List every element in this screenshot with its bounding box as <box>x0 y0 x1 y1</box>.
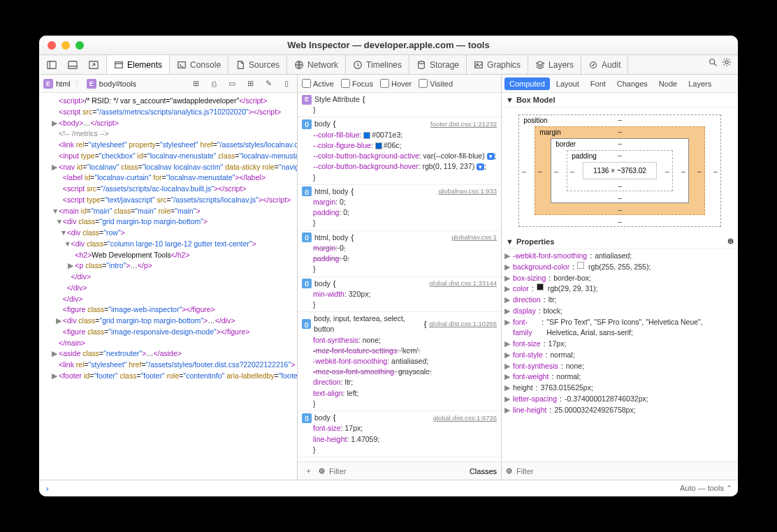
computed-property[interactable]: ▶display: block; <box>502 306 738 317</box>
dom-node[interactable]: ▼<div class="column large-10 large-12 gu… <box>52 239 297 250</box>
dom-node[interactable]: <figure class="image-web-inspector"></fi… <box>52 304 297 316</box>
dom-node[interactable]: <!-- /metrics --> <box>52 128 297 140</box>
dom-node[interactable]: </div> <box>52 283 297 294</box>
details-tab-changes[interactable]: Changes <box>612 77 653 90</box>
zoom-button[interactable] <box>75 41 84 50</box>
css-rule[interactable]: {} body { global.dist.css:1:33144min-wid… <box>298 277 501 313</box>
computed-property[interactable]: ▶height: 3763.015625px; <box>502 383 738 394</box>
computed-property[interactable]: ▶font-synthesis: none; <box>502 361 738 372</box>
computed-property[interactable]: ▶letter-spacing: -0.3740000128746032px; <box>502 394 738 405</box>
computed-property[interactable]: ▶font-weight: normal; <box>502 371 738 383</box>
tab-timelines[interactable]: Timelines <box>346 55 409 74</box>
tab-sources[interactable]: Sources <box>228 55 287 74</box>
css-rule[interactable]: {} body { global.dist.css:1:8726font-siz… <box>298 411 501 457</box>
css-rule[interactable]: {} body, input, textarea, select, button… <box>298 312 501 411</box>
dom-node[interactable]: <script src="/assets/scripts/ac-localnav… <box>52 184 297 195</box>
console-bar[interactable]: › Auto — tools ⌃ <box>39 480 738 496</box>
tab-storage[interactable]: Storage <box>409 55 467 74</box>
dom-node[interactable]: ▼<main id="main" class="main" role="main… <box>52 206 297 217</box>
styles-filter-bar: ＋ ⊜ Classes <box>298 461 501 480</box>
sidebar-toggle-icon[interactable]: ▯ <box>280 77 293 90</box>
css-rule[interactable]: {} html, body { globalnav.css:1margin: 0… <box>298 231 501 277</box>
inspector-body: E html 〉 E body#tools ⊞ ⎙ ▭ ⊞ ✎ ▯ <scrip… <box>39 75 738 480</box>
boxmodel-heading[interactable]: ▼Box Model <box>502 93 738 108</box>
svg-rect-2 <box>68 61 77 68</box>
dom-node[interactable]: </main> <box>52 338 297 349</box>
computed-property[interactable]: ▶font-style: normal; <box>502 350 738 361</box>
dom-node[interactable]: ▶<div class="grid margin-top margin-bott… <box>52 316 297 327</box>
popout-icon[interactable] <box>87 58 101 72</box>
dom-node[interactable]: <h2>Web Development Tools</h2> <box>52 250 297 261</box>
dom-node[interactable]: </div> <box>52 294 297 305</box>
force-visited-checkbox[interactable]: Visited <box>419 79 453 88</box>
grid-icon[interactable]: ⊞ <box>244 77 256 90</box>
dom-node[interactable]: <link rel="stylesheet" href="/assets/sty… <box>52 360 297 371</box>
dom-node[interactable]: <figure class="image-responsive-design-m… <box>52 327 297 338</box>
add-rule-icon[interactable]: ＋ <box>302 465 314 478</box>
computed-property[interactable]: ▶font-size: 17px; <box>502 339 738 350</box>
dom-node[interactable]: ▶<aside class="nextrouter">…</aside> <box>52 348 297 360</box>
properties-heading[interactable]: ▼Properties⊜ <box>502 234 738 249</box>
tab-console[interactable]: Console <box>170 55 228 74</box>
close-button[interactable] <box>48 41 56 50</box>
tab-elements[interactable]: Elements <box>107 55 170 74</box>
dock-left-icon[interactable] <box>45 58 59 72</box>
dock-bottom-icon[interactable] <box>66 58 80 72</box>
dom-node[interactable]: ▶<footer id="footer" class="footer" role… <box>52 371 297 382</box>
dom-node[interactable]: <link rel="stylesheet" property="stylesh… <box>52 140 297 151</box>
minimize-button[interactable] <box>61 41 70 50</box>
details-tab-layers[interactable]: Layers <box>683 77 716 90</box>
element-icon: E <box>43 79 53 89</box>
dom-node[interactable]: <input type="checkbox" id="localnav-menu… <box>52 151 297 162</box>
dom-node[interactable]: <label id="localnav-curtain" for="localn… <box>52 172 297 184</box>
css-rule[interactable]: {} body { footer.dist.css:1:21232--color… <box>298 117 501 184</box>
search-icon[interactable] <box>706 55 720 69</box>
tab-audit[interactable]: Audit <box>581 55 628 74</box>
computed-properties[interactable]: ▶-webkit-font-smoothing: antialiased;▶ba… <box>502 249 738 461</box>
filter-icon: ⊜ <box>319 466 325 475</box>
dom-node[interactable]: ▶<p class="intro">…</p> <box>52 260 297 272</box>
dom-node[interactable]: ▶<body>…</script> <box>52 118 297 129</box>
tab-graphics[interactable]: Graphics <box>467 55 528 74</box>
edit-icon[interactable]: ✎ <box>262 77 275 90</box>
dom-node[interactable]: </div> <box>52 272 297 283</box>
dom-node[interactable]: ▼<div class="grid margin-top margin-bott… <box>52 216 297 228</box>
details-tab-computed[interactable]: Computed <box>504 77 550 90</box>
styles-filter-input[interactable] <box>329 467 465 475</box>
computed-property[interactable]: ▶line-height: 25.000032424926758px; <box>502 405 738 416</box>
classes-button[interactable]: Classes <box>470 467 497 475</box>
settings-icon[interactable] <box>720 55 734 69</box>
computed-property[interactable]: ▶color: rgb(29, 29, 31); <box>502 283 738 295</box>
force-focus-checkbox[interactable]: Focus <box>341 79 373 88</box>
dom-node[interactable]: <script src="/assets/metrics/scripts/ana… <box>52 107 297 118</box>
print-icon[interactable]: ⎙ <box>208 77 220 90</box>
style-attribute-rule[interactable]: E Style Attribute { } <box>298 93 501 117</box>
dom-node[interactable]: ▼<div class="row"> <box>52 228 297 239</box>
properties-filter-input[interactable] <box>516 467 734 475</box>
dom-node[interactable]: ▶<nav id="localnav" class="localnav loca… <box>52 162 297 173</box>
tab-network[interactable]: Network <box>287 55 346 74</box>
details-tab-layout[interactable]: Layout <box>551 77 584 90</box>
computed-property[interactable]: ▶-webkit-font-smoothing: antialiased; <box>502 251 738 262</box>
css-rule[interactable]: {} html, body { globalnav.css:1:933margi… <box>298 185 501 231</box>
layout-icon[interactable]: ▭ <box>226 77 238 90</box>
tab-layers[interactable]: Layers <box>528 55 581 74</box>
breadcrumb[interactable]: E html 〉 E body#tools <box>43 78 136 89</box>
force-hover-checkbox[interactable]: Hover <box>380 79 412 88</box>
style-rules[interactable]: E Style Attribute { } {} body { footer.d… <box>298 93 501 461</box>
details-panel: ComputedLayoutFontChangesNodeLayers ▼Box… <box>502 75 738 480</box>
computed-property[interactable]: ▶box-sizing: border-box; <box>502 273 738 284</box>
box-model[interactable]: position –––– margin –––– border –––– pa… <box>502 108 738 234</box>
dom-node[interactable]: <script type="text/javascript" src="/ass… <box>52 195 297 206</box>
details-tab-node[interactable]: Node <box>654 77 682 90</box>
computed-property[interactable]: ▶direction: ltr; <box>502 295 738 306</box>
computed-property[interactable]: ▶background-color: rgb(255, 255, 255); <box>502 262 738 273</box>
computed-property[interactable]: ▶font-family: "SF Pro Text", "SF Pro Ico… <box>502 317 738 339</box>
details-tab-font[interactable]: Font <box>586 77 611 90</box>
properties-filter-icon[interactable]: ⊜ <box>727 237 734 246</box>
force-active-checkbox[interactable]: Active <box>302 79 334 88</box>
node-path-icon[interactable]: ⊞ <box>189 77 202 90</box>
dom-node[interactable]: <script>/* RSID: */ var s_account="awdap… <box>52 96 297 107</box>
dom-tree[interactable]: <script>/* RSID: */ var s_account="awdap… <box>39 93 297 480</box>
execution-context[interactable]: Auto — tools ⌃ <box>680 484 732 493</box>
